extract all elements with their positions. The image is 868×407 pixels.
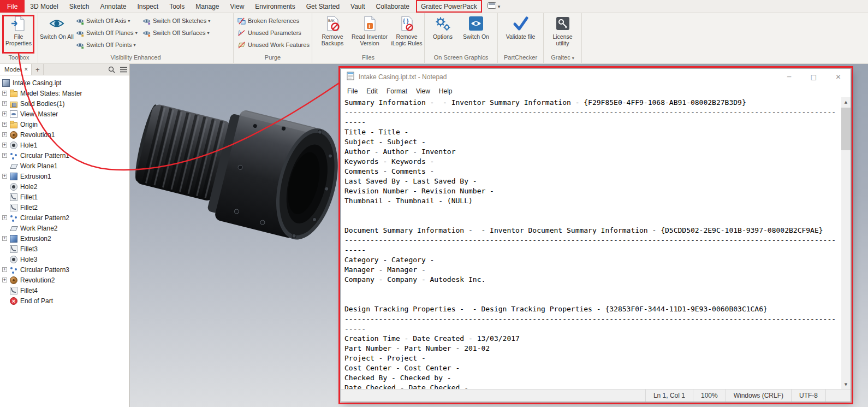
scrollbar-track[interactable]	[841, 107, 851, 380]
ribbon-tab[interactable]: Inspect	[132, 0, 164, 13]
ribbon-tab[interactable]: Collaborate	[371, 0, 415, 13]
expander-plus-icon[interactable]: +	[2, 122, 7, 127]
tree-item[interactable]: + Hole1	[0, 140, 129, 150]
switch-off-axis-button[interactable]: Switch Off Axis ▾	[74, 15, 140, 27]
tree-item[interactable]: + View: Master	[0, 109, 129, 119]
search-icon[interactable]	[105, 64, 117, 75]
close-button[interactable]: ✕	[826, 69, 851, 85]
expander-plus-icon[interactable]: +	[2, 153, 7, 158]
ribbon-tab[interactable]: File	[0, 0, 25, 13]
expander-plus-icon[interactable]: +	[2, 236, 7, 241]
tree-item[interactable]: + Hole3	[0, 254, 129, 264]
notepad-menu-item[interactable]: View	[412, 87, 435, 95]
unused-work-features-button[interactable]: Unused Work Features	[235, 39, 311, 51]
add-tab-button[interactable]: +	[32, 64, 44, 75]
ribbon-tab[interactable]: View	[225, 0, 250, 13]
notepad-text-area[interactable]: Summary Information - - Inventor Summary…	[341, 97, 841, 389]
scroll-up-icon[interactable]: ▲	[841, 97, 851, 107]
ribbon-appearance-icon	[487, 2, 496, 10]
tree-item[interactable]: + Intake Casing.ipt	[0, 78, 129, 88]
license-utility-button[interactable]: License utility	[546, 15, 580, 46]
tree-item[interactable]: + Extrusion1	[0, 171, 129, 181]
ribbon-tab[interactable]: Tools	[164, 0, 190, 13]
tree-item[interactable]: + Revolution2	[0, 275, 129, 285]
tree-item[interactable]: + Fillet1	[0, 192, 129, 202]
notepad-icon	[346, 72, 355, 82]
tree-item[interactable]: + Hole2	[0, 181, 129, 192]
dropdown-caret-icon[interactable]: ▾	[128, 19, 130, 23]
ribbon-tab[interactable]: Annotate	[94, 0, 132, 13]
tree-item[interactable]: + Solid Bodies(1)	[0, 98, 129, 109]
tree-item[interactable]: + Work Plane1	[0, 161, 129, 171]
status-end-spacer	[825, 390, 851, 402]
notepad-menu-item[interactable]: Edit	[362, 87, 382, 95]
tree-item[interactable]: + Circular Pattern1	[0, 150, 129, 161]
expander-plus-icon[interactable]: +	[2, 111, 7, 116]
read-inventor-version-button[interactable]: I Read Inventor Version	[351, 15, 388, 46]
minimize-button[interactable]: ─	[777, 69, 801, 85]
expander-plus-icon[interactable]: +	[2, 278, 7, 282]
expander-plus-icon[interactable]: +	[2, 215, 7, 220]
expander-plus-icon[interactable]: +	[2, 132, 7, 137]
intake-casing-3d-model[interactable]	[135, 80, 354, 261]
tree-item-icon	[10, 173, 17, 180]
file-properties-button[interactable]: File Properties	[2, 15, 35, 46]
tree-item[interactable]: + Fillet2	[0, 202, 129, 213]
tree-item[interactable]: + End of Part	[0, 296, 129, 306]
unused-parameters-button[interactable]: fx Unused Parameters	[235, 27, 311, 39]
tree-item[interactable]: + Fillet3	[0, 244, 129, 254]
dropdown-caret-icon[interactable]: ▾	[207, 31, 209, 36]
notepad-menu-item[interactable]: File	[343, 87, 362, 95]
group-label-purge: Purge	[234, 54, 312, 63]
notepad-window: Intake Casing.ipt.txt - Notepad ─ □ ✕ Fi…	[341, 69, 851, 402]
tree-item[interactable]: + Circular Pattern2	[0, 213, 129, 223]
switch-on-button[interactable]: Switch On	[459, 15, 493, 40]
expander-plus-icon[interactable]: +	[2, 143, 7, 148]
dropdown-caret-icon[interactable]: ▾	[134, 43, 136, 48]
ribbon-tab[interactable]: Vault	[345, 0, 370, 13]
expander-plus-icon[interactable]: +	[2, 174, 7, 179]
expander-plus-icon[interactable]: +	[2, 267, 7, 272]
expander-plus-icon[interactable]: +	[2, 101, 7, 106]
switch-off-sketches-button[interactable]: Switch Off Sketches ▾	[140, 15, 217, 27]
svg-text:{ }: { }	[403, 18, 409, 24]
ribbon-tab[interactable]: Environments	[249, 0, 300, 13]
tree-item[interactable]: + Circular Pattern3	[0, 264, 129, 275]
switch-off-points-button[interactable]: Switch Off Points ▾	[74, 39, 140, 51]
tree-item-icon	[10, 102, 17, 108]
scrollbar-thumb[interactable]	[841, 108, 851, 150]
ribbon-tab[interactable]: Graitec PowerPack	[416, 0, 482, 13]
maximize-button[interactable]: □	[801, 69, 826, 85]
options-button[interactable]: Options	[426, 15, 459, 40]
dropdown-caret-icon[interactable]: ▾	[135, 31, 138, 36]
switch-off-planes-button[interactable]: Switch Off Planes ▾	[74, 27, 140, 39]
ribbon-tab[interactable]: Sketch	[64, 0, 95, 13]
ribbon-tab[interactable]: Manage	[190, 0, 224, 13]
tree-item[interactable]: + Fillet4	[0, 285, 129, 296]
expander-plus-icon[interactable]: +	[2, 91, 7, 96]
ribbon-tab[interactable]: Get Started	[301, 0, 345, 13]
browser-menu-icon[interactable]	[117, 64, 129, 75]
notepad-title-bar[interactable]: Intake Casing.ipt.txt - Notepad ─ □ ✕	[341, 69, 851, 85]
tree-item[interactable]: + Model States: Master	[0, 88, 129, 98]
remove-ilogic-rules-button[interactable]: { } Remove iLogic Rules	[388, 15, 425, 46]
dropdown-caret-icon[interactable]: ▾	[208, 19, 210, 23]
scroll-down-icon[interactable]: ▼	[841, 380, 851, 389]
broken-references-button[interactable]: Broken References	[235, 15, 311, 27]
switch-on-all-button[interactable]: Switch On All	[40, 15, 74, 40]
remove-backups-button[interactable]: BAK Remove Backups	[314, 15, 351, 46]
tree-item[interactable]: + Work Plane2	[0, 223, 129, 233]
tree-item[interactable]: + Origin	[0, 119, 129, 129]
tree-item[interactable]: + Extrusion2	[0, 233, 129, 244]
validate-file-button[interactable]: Validate file	[502, 15, 540, 40]
close-tab-icon[interactable]: ×	[24, 66, 28, 73]
group-label-graitec[interactable]: Graitec	[544, 54, 581, 63]
tab-model[interactable]: Model ×	[0, 64, 32, 75]
notepad-menu-item[interactable]: Help	[435, 87, 457, 95]
tree-item[interactable]: + Revolution1	[0, 129, 129, 140]
notepad-menu-item[interactable]: Format	[382, 87, 412, 95]
ribbon-tab[interactable]: 3D Model	[25, 0, 63, 13]
ribbon-display-toggle[interactable]: ▾	[483, 0, 505, 13]
switch-off-surfaces-button[interactable]: Switch Off Surfaces ▾	[140, 27, 217, 39]
vertical-scrollbar[interactable]: ▲ ▼	[841, 97, 851, 389]
